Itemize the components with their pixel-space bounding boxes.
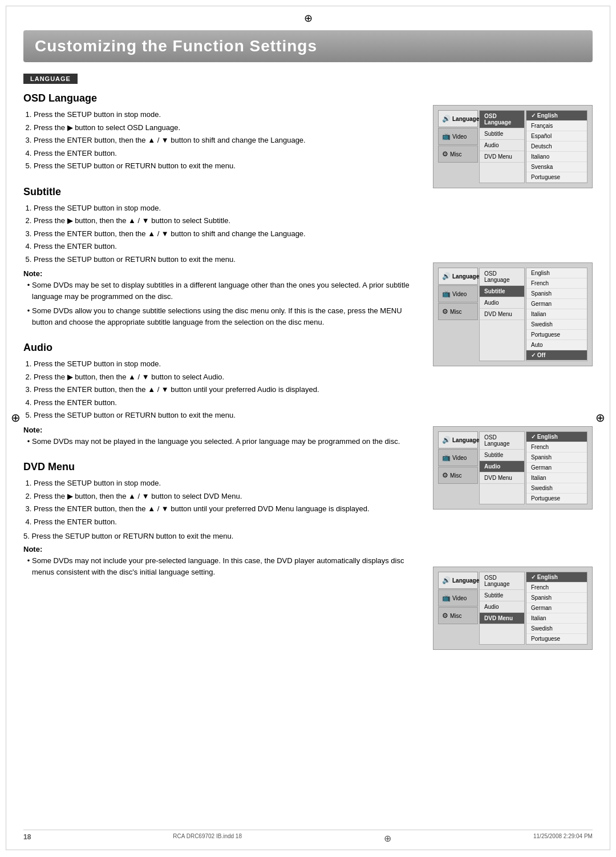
- sidebar-misc: ⚙ Misc: [438, 145, 478, 163]
- list-item: Press the SETUP button or RETURN button …: [34, 410, 422, 421]
- sidebar-misc-label-4: Misc: [450, 613, 462, 619]
- menu-osd-language-3: OSD Language: [480, 432, 524, 450]
- option-french-2: French: [526, 278, 587, 289]
- osd-ui-panel: 🔊 Language 📺 Video ⚙ Misc OSD: [433, 105, 593, 188]
- sidebar-language-2: 🔊 Language: [438, 268, 478, 285]
- video-icon-4: 📺: [442, 594, 451, 602]
- option-italian-3: Italian: [526, 473, 587, 483]
- audio-section: Audio Press the SETUP button in stop mod…: [23, 342, 422, 447]
- option-spanish-4: Spanish: [526, 593, 587, 603]
- osd-options-col: English Français Español Deutsch Italian…: [526, 110, 587, 183]
- option-german-4: German: [526, 603, 587, 613]
- menu-subtitle-2: Subtitle: [480, 286, 524, 297]
- sidebar-video-label-2: Video: [452, 291, 467, 297]
- list-item: Press the ENTER button.: [34, 148, 422, 159]
- page-number: 18: [23, 833, 31, 844]
- option-portuguese-2: Portuguese: [526, 330, 587, 340]
- page-border: ⊕ Customizing the Function Settings LANG…: [6, 6, 610, 850]
- dvd-menu-notes: Note: Some DVDs may not include your pre…: [23, 545, 422, 577]
- osd-panel-sidebar: 🔊 Language 📺 Video ⚙ Misc: [438, 110, 478, 183]
- list-item: Some DVDs may be set to display subtitle…: [32, 280, 422, 302]
- list-item: Some DVDs may not be played in the langu…: [32, 436, 422, 447]
- option-italiano: Italiano: [526, 152, 587, 162]
- osd-steps: Press the SETUP button in stop mode. Pre…: [34, 109, 422, 172]
- language-icon-2: 🔊: [442, 272, 451, 280]
- sidebar-language-4: 🔊 Language: [438, 572, 478, 589]
- menu-dvd-menu-2: DVD Menu: [480, 309, 524, 320]
- option-espanol: Español: [526, 131, 587, 142]
- list-item: Press the ENTER button.: [34, 397, 422, 409]
- menu-subtitle-3: Subtitle: [480, 450, 524, 461]
- audio-steps: Press the SETUP button in stop mode. Pre…: [34, 358, 422, 421]
- page-footer: 18 RCA DRC69702 IB.indd 18 ⊕ 11/25/2008 …: [23, 830, 593, 844]
- subtitle-steps: Press the SETUP button in stop mode. Pre…: [34, 203, 422, 265]
- list-item: Press the ▶ button, then the ▲ / ▼ butto…: [34, 371, 422, 383]
- list-item: Press the SETUP button in stop mode.: [34, 358, 422, 370]
- option-svenska: Svenska: [526, 162, 587, 172]
- menu-audio-4: Audio: [480, 601, 524, 613]
- list-item: Press the SETUP button in stop mode.: [34, 109, 422, 120]
- audio-note-title: Note:: [23, 426, 422, 434]
- menu-dvd-menu-3: DVD Menu: [480, 472, 524, 484]
- option-auto-2: Auto: [526, 340, 587, 350]
- menu-dvd-menu-4: DVD Menu: [480, 613, 524, 624]
- audio-options-col: English French Spanish German Italian Sw…: [526, 431, 587, 504]
- sidebar-video-2: 📺 Video: [438, 285, 478, 302]
- menu-audio: Audio: [480, 140, 524, 151]
- dvd-options-col: English French Spanish German Italian Sw…: [526, 572, 587, 645]
- list-item: Press the ENTER button, then the ▲ / ▼ b…: [34, 135, 422, 146]
- dvd-menu-note-title: Note:: [23, 545, 422, 553]
- list-item: Press the ENTER button.: [34, 516, 422, 528]
- menu-osd-language-2: OSD Language: [480, 268, 524, 286]
- list-item: Press the ▶ button to select OSD Languag…: [34, 122, 422, 134]
- subtitle-menu-col: OSD Language Subtitle Audio DVD Menu: [479, 268, 525, 361]
- sidebar-video-label: Video: [452, 134, 467, 140]
- subtitle-panel-sidebar: 🔊 Language 📺 Video ⚙ Misc: [438, 268, 478, 361]
- title-bar: Customizing the Function Settings: [23, 30, 593, 62]
- misc-icon-4: ⚙: [442, 612, 448, 620]
- left-column: LANGUAGE OSD Language Press the SETUP bu…: [23, 74, 422, 664]
- video-icon: 📺: [442, 132, 451, 140]
- menu-subtitle-4: Subtitle: [480, 590, 524, 601]
- option-english-3: English: [526, 432, 587, 442]
- sidebar-video-3: 📺 Video: [438, 449, 478, 466]
- list-item: Press the SETUP button in stop mode.: [34, 478, 422, 489]
- dvd-menu-steps: Press the SETUP button in stop mode. Pre…: [34, 478, 422, 527]
- audio-notes: Note: Some DVDs may not be played in the…: [23, 426, 422, 447]
- list-item: Press the ENTER button.: [34, 241, 422, 252]
- sidebar-misc-4: ⚙ Misc: [438, 607, 478, 624]
- menu-dvd-menu: DVD Menu: [480, 151, 524, 163]
- sidebar-language-3: 🔊 Language: [438, 431, 478, 448]
- option-french-4: French: [526, 583, 587, 593]
- sidebar-video: 📺 Video: [438, 128, 478, 145]
- dvd-menu-col: OSD Language Subtitle Audio DVD Menu: [479, 572, 525, 645]
- language-icon-3: 🔊: [442, 436, 451, 444]
- misc-icon: ⚙: [442, 150, 448, 158]
- menu-audio-3: Audio: [480, 461, 524, 472]
- misc-icon-2: ⚙: [442, 308, 448, 316]
- subtitle-ui-panel: 🔊 Language 📺 Video ⚙ Misc OSD: [433, 262, 593, 366]
- sidebar-video-label-4: Video: [452, 595, 467, 601]
- sidebar-misc-label: Misc: [450, 151, 462, 157]
- sidebar-misc-3: ⚙ Misc: [438, 467, 478, 484]
- list-item: Press the SETUP button in stop mode.: [34, 203, 422, 214]
- bottom-compass-icon: ⊕: [384, 833, 391, 844]
- list-item: Press the ENTER button, then the ▲ / ▼ b…: [34, 503, 422, 515]
- option-german-3: German: [526, 463, 587, 473]
- option-portuguese-3: Portuguese: [526, 494, 587, 504]
- top-compass-icon: ⊕: [6, 6, 610, 27]
- footer-right: 11/25/2008 2:29:04 PM: [533, 833, 593, 844]
- osd-title: OSD Language: [23, 92, 422, 104]
- video-icon-2: 📺: [442, 290, 451, 298]
- sidebar-language-label-2: Language: [452, 273, 479, 280]
- dvd-menu-section: DVD Menu Press the SETUP button in stop …: [23, 461, 422, 577]
- osd-menu-col: OSD Language Subtitle Audio DVD Menu: [479, 110, 525, 183]
- option-francais: Français: [526, 121, 587, 131]
- video-icon-3: 📺: [442, 454, 451, 462]
- option-portuguese: Portuguese: [526, 172, 587, 183]
- list-item: Press the ▶ button, then the ▲ / ▼ butto…: [34, 215, 422, 227]
- footer-left: RCA DRC69702 IB.indd 18: [173, 833, 242, 844]
- option-english-2: English: [526, 268, 587, 278]
- misc-icon-3: ⚙: [442, 471, 448, 479]
- option-italian-2: Italian: [526, 309, 587, 320]
